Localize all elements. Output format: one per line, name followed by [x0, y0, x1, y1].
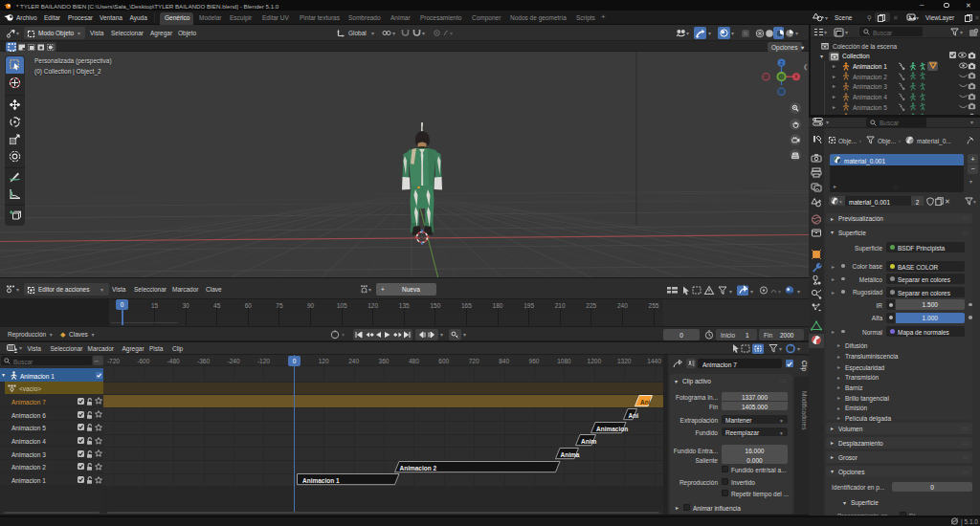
- svg-text:▾: ▾: [797, 288, 800, 294]
- svg-text:▾: ▾: [797, 346, 800, 352]
- svg-text:▾: ▾: [779, 346, 782, 352]
- svg-text:▾: ▾: [750, 288, 753, 294]
- svg-text:▾: ▾: [729, 288, 732, 294]
- svg-text:▾: ▾: [778, 288, 781, 294]
- svg-text:Z: Z: [780, 60, 783, 66]
